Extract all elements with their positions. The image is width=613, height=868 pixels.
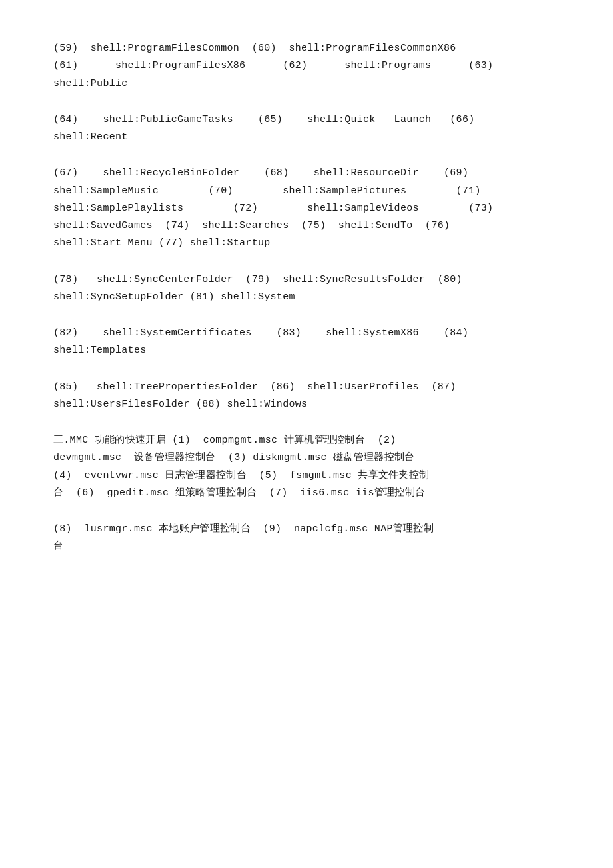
paragraph-para6: (85) shell:TreePropertiesFolder (86) she… — [53, 379, 560, 414]
paragraph-para2: (64) shell:PublicGameTasks (65) shell:Qu… — [53, 111, 560, 147]
paragraph-text: (78) shell:SyncCenterFolder (79) shell:S… — [53, 271, 560, 307]
paragraph-text: (8) lusrmgr.msc 本地账户管理控制台 (9) napclcfg.m… — [53, 521, 560, 556]
paragraph-para3: (67) shell:RecycleBinFolder (68) shell:R… — [53, 165, 560, 252]
paragraph-para5: (82) shell:SystemCertificates (83) shell… — [53, 325, 560, 360]
paragraph-text: 三.MMC 功能的快速开启 (1) compmgmt.msc 计算机管理控制台 … — [53, 432, 560, 502]
paragraph-para1: (59) shell:ProgramFilesCommon (60) shell… — [53, 40, 560, 93]
paragraph-para7: 三.MMC 功能的快速开启 (1) compmgmt.msc 计算机管理控制台 … — [53, 432, 560, 502]
paragraph-text: (64) shell:PublicGameTasks (65) shell:Qu… — [53, 111, 560, 147]
paragraph-text: (59) shell:ProgramFilesCommon (60) shell… — [53, 40, 560, 93]
paragraph-text: (85) shell:TreePropertiesFolder (86) she… — [53, 379, 560, 414]
paragraph-para8: (8) lusrmgr.msc 本地账户管理控制台 (9) napclcfg.m… — [53, 521, 560, 556]
main-content: (59) shell:ProgramFilesCommon (60) shell… — [53, 40, 560, 556]
paragraph-text: (67) shell:RecycleBinFolder (68) shell:R… — [53, 165, 560, 252]
paragraph-para4: (78) shell:SyncCenterFolder (79) shell:S… — [53, 271, 560, 307]
paragraph-text: (82) shell:SystemCertificates (83) shell… — [53, 325, 560, 360]
